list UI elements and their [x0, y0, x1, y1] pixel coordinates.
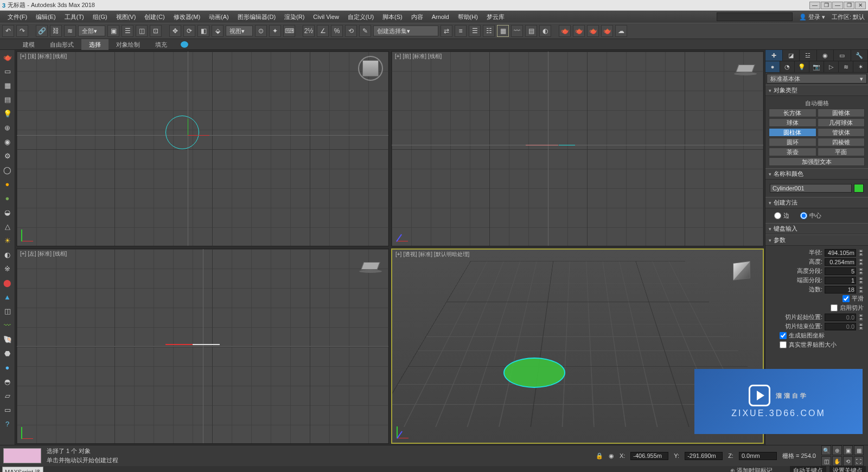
manage-layers-button[interactable]: ☷	[483, 25, 495, 37]
select-place-button[interactable]: ⬙	[212, 25, 224, 37]
named-sel-dropdown[interactable]: 创建选择集 ▾	[373, 25, 438, 36]
angle-snap-button[interactable]: ∠	[317, 25, 329, 37]
menu-tools[interactable]: 工具(T)	[60, 11, 88, 23]
spin-up-icon[interactable]: ▲	[858, 286, 864, 290]
menu-file[interactable]: 文件(F)	[3, 11, 31, 23]
viewport-persp-label[interactable]: [+] [透视] [标准] [默认明暗处理]	[395, 251, 469, 258]
subcat-geometry[interactable]: ●	[765, 61, 780, 72]
menu-customize[interactable]: 自定义(U)	[343, 11, 378, 23]
percent-snap-button[interactable]: %	[331, 25, 343, 37]
left-tool-15[interactable]: ◐	[2, 248, 14, 260]
object-persp-cylinder[interactable]	[503, 358, 565, 388]
redo-button[interactable]: ↷	[16, 25, 28, 37]
menu-mengyunku[interactable]: 梦云库	[482, 11, 509, 23]
nav-zoom-extents-all[interactable]: ▦	[854, 445, 864, 455]
spin-up-icon[interactable]: ▲	[858, 249, 864, 253]
spin-down-icon[interactable]: ▼	[858, 253, 864, 257]
spin-up-icon[interactable]: ▲	[858, 267, 864, 271]
rollout-parameters[interactable]: 参数	[765, 235, 868, 246]
undo-button[interactable]: ↶	[2, 25, 14, 37]
toggle-ribbon-button[interactable]: ▦	[497, 25, 509, 37]
render-production-button[interactable]: 🫖	[587, 25, 599, 37]
left-tool-11[interactable]: ●	[2, 192, 14, 204]
left-tool-01[interactable]: 🫖	[2, 51, 14, 63]
menu-modifiers[interactable]: 修改器(M)	[169, 11, 205, 23]
workspace-dropdown[interactable]: 工作区: 默认	[832, 13, 865, 21]
viewport-top[interactable]: [+] [顶] [标准] [线框]	[16, 51, 389, 246]
left-tool-22[interactable]: ⬣	[2, 347, 14, 359]
subcat-helpers[interactable]: ▷	[824, 61, 839, 72]
left-tool-13[interactable]: △	[2, 220, 14, 232]
curve-editor-button[interactable]: 〰	[511, 25, 523, 37]
select-object-button[interactable]: ▣	[107, 25, 119, 37]
nav-zoom-extents[interactable]: ▣	[843, 445, 853, 455]
schematic-view-button[interactable]: ▤	[525, 25, 537, 37]
maxscript-listener[interactable]: MAXScript 迷	[2, 467, 43, 473]
viewcube-persp[interactable]	[728, 257, 755, 284]
cmd-tab-hierarchy[interactable]: ☳	[800, 50, 817, 61]
coord-x-input[interactable]: -406.955m	[630, 452, 668, 460]
ref-coord-dropdown[interactable]: 视图 ▾	[226, 25, 253, 36]
menu-rendering[interactable]: 渲染(R)	[280, 11, 309, 23]
ribbon-tab-modeling[interactable]: 建模	[15, 39, 42, 50]
param-realworld-checkbox[interactable]	[780, 341, 787, 348]
left-tool-25[interactable]: ▱	[2, 390, 14, 401]
window-crossing-button[interactable]: ⊡	[150, 25, 162, 37]
menu-arnold[interactable]: Arnold	[427, 11, 454, 23]
left-tool-08[interactable]: ⚙	[2, 150, 14, 162]
left-tool-03[interactable]: ▦	[2, 79, 14, 91]
menu-grapheditors[interactable]: 图形编辑器(D)	[233, 11, 280, 23]
viewport-left-label[interactable]: [+] [左] [标准] [线框]	[20, 250, 67, 258]
left-tool-05[interactable]: 💡	[2, 107, 14, 119]
render-frame-button[interactable]: 🫖	[573, 25, 585, 37]
nav-orbit[interactable]: ⟲	[843, 456, 853, 466]
nav-pan[interactable]: ✋	[832, 456, 842, 466]
left-tool-19[interactable]: ◫	[2, 305, 14, 317]
viewcube-left[interactable]	[358, 253, 383, 278]
material-editor-button[interactable]: ◐	[539, 25, 551, 37]
object-name-input[interactable]	[770, 184, 852, 193]
mirror-button[interactable]: ⇄	[441, 25, 452, 37]
isolate-icon[interactable]: ◉	[609, 452, 614, 460]
spin-down-icon[interactable]: ▼	[858, 262, 864, 266]
nav-zoom-all[interactable]: ⊕	[832, 445, 842, 455]
left-tool-02[interactable]: ▭	[2, 65, 14, 77]
viewport-front-label[interactable]: [+] [前] [标准] [线框]	[395, 53, 442, 60]
subcat-cameras[interactable]: 📷	[809, 61, 824, 72]
menu-animation[interactable]: 动画(A)	[205, 11, 233, 23]
prim-torus[interactable]: 圆环	[769, 138, 816, 146]
left-tool-12[interactable]: ◒	[2, 206, 14, 218]
cmd-tab-utilities[interactable]: 🔧	[851, 50, 869, 61]
align-button[interactable]: ≡	[455, 25, 467, 37]
menu-group[interactable]: 组(G)	[88, 11, 112, 23]
render-iterative-button[interactable]: 🫖	[601, 25, 613, 37]
object-top-circle[interactable]	[165, 116, 199, 149]
method-center-radio[interactable]: 中心	[800, 212, 821, 220]
cmd-tab-create[interactable]: ✚	[765, 50, 783, 61]
edit-named-sel-button[interactable]: ✎	[359, 25, 371, 37]
prim-pyramid[interactable]: 四棱锥	[818, 138, 865, 146]
left-tool-10[interactable]: ●	[2, 178, 14, 190]
autogrid-checkbox[interactable]: 自动栅格	[769, 98, 865, 109]
layer-button[interactable]: ☰	[469, 25, 481, 37]
param-hseg-input[interactable]: 5	[825, 267, 856, 275]
subcat-spacewarps[interactable]: ≋	[839, 61, 853, 72]
left-tool-04[interactable]: ▤	[2, 93, 14, 105]
use-pivot-button[interactable]: ⊙	[255, 25, 267, 37]
setkey-button[interactable]: 设置关键点	[829, 466, 866, 472]
select-move-button[interactable]: ✥	[169, 25, 181, 37]
rollout-keyboard-entry[interactable]: 键盘输入	[765, 224, 868, 234]
left-tool-18[interactable]: ▲	[2, 291, 14, 303]
param-height-input[interactable]: 0.254mm	[825, 258, 856, 266]
viewport-top-label[interactable]: [+] [顶] [标准] [线框]	[20, 53, 67, 60]
left-tool-21[interactable]: 🐚	[2, 333, 14, 345]
method-edge-radio[interactable]: 边	[774, 212, 789, 220]
spin-down-icon[interactable]: ▼	[858, 290, 864, 294]
addtime-tag-button[interactable]: ⊕ 添加时间标记	[730, 467, 773, 472]
cmd-tab-motion[interactable]: ◉	[817, 50, 834, 61]
spin-up-icon[interactable]: ▲	[858, 258, 864, 262]
nav-fov[interactable]: ◫	[821, 456, 831, 466]
menu-help[interactable]: 帮助(H)	[454, 11, 482, 23]
coord-z-input[interactable]: 0.0mm	[739, 452, 777, 460]
param-sides-input[interactable]: 18	[825, 286, 856, 294]
